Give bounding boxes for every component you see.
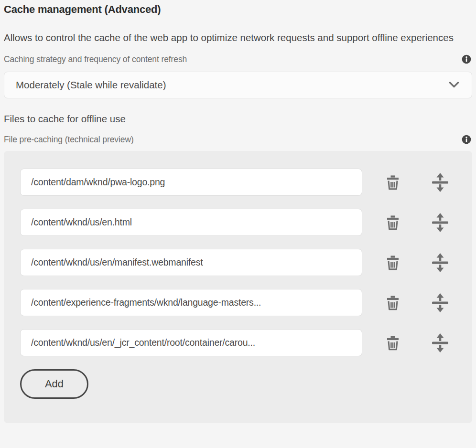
- file-row: [20, 289, 456, 316]
- sort-reorder-icon: [432, 253, 448, 273]
- info-icon[interactable]: [461, 134, 472, 145]
- files-to-cache-heading: Files to cache for offline use: [4, 113, 472, 125]
- trash-icon: [386, 174, 400, 190]
- caching-strategy-label: Caching strategy and frequency of conten…: [4, 54, 187, 64]
- caching-strategy-selected-value: Moderately (Stale while revalidate): [16, 79, 166, 91]
- delete-button[interactable]: [384, 252, 401, 274]
- trash-icon: [386, 255, 400, 270]
- file-precaching-label: File pre-caching (technical preview): [4, 135, 134, 145]
- delete-button[interactable]: [384, 212, 401, 234]
- file-path-input[interactable]: [20, 289, 362, 316]
- file-path-input[interactable]: [20, 329, 362, 356]
- sort-reorder-icon: [432, 333, 448, 353]
- file-row: [20, 209, 456, 236]
- file-precaching-panel: Add: [4, 151, 472, 423]
- sort-reorder-icon: [432, 293, 448, 313]
- reorder-button[interactable]: [432, 292, 449, 314]
- page-title: Cache management (Advanced): [4, 3, 472, 16]
- reorder-button[interactable]: [432, 171, 449, 193]
- info-icon[interactable]: [461, 53, 472, 65]
- add-row: Add: [20, 369, 456, 399]
- delete-button[interactable]: [384, 292, 401, 314]
- precache-label-row: File pre-caching (technical preview): [4, 134, 472, 145]
- info-icon: [462, 135, 471, 144]
- sort-reorder-icon: [432, 172, 448, 192]
- file-path-input[interactable]: [20, 169, 362, 196]
- reorder-button[interactable]: [432, 252, 449, 274]
- page-description: Allows to control the cache of the web a…: [4, 28, 467, 48]
- trash-icon: [386, 335, 400, 351]
- chevron-down-icon: [449, 82, 459, 88]
- file-path-input[interactable]: [20, 209, 362, 236]
- reorder-button[interactable]: [432, 212, 449, 234]
- sort-reorder-icon: [432, 213, 448, 233]
- trash-icon: [386, 295, 400, 310]
- file-row: [20, 169, 456, 196]
- add-button[interactable]: Add: [20, 369, 88, 399]
- file-path-input[interactable]: [20, 249, 362, 276]
- file-row: [20, 249, 456, 276]
- delete-button[interactable]: [384, 332, 401, 354]
- caching-strategy-label-row: Caching strategy and frequency of conten…: [4, 53, 472, 65]
- delete-button[interactable]: [384, 171, 401, 193]
- info-icon: [462, 54, 471, 64]
- file-row: [20, 329, 456, 356]
- caching-strategy-select[interactable]: Moderately (Stale while revalidate): [4, 72, 472, 98]
- cache-management-section: Cache management (Advanced) Allows to co…: [0, 0, 476, 423]
- reorder-button[interactable]: [432, 332, 449, 354]
- trash-icon: [386, 214, 400, 230]
